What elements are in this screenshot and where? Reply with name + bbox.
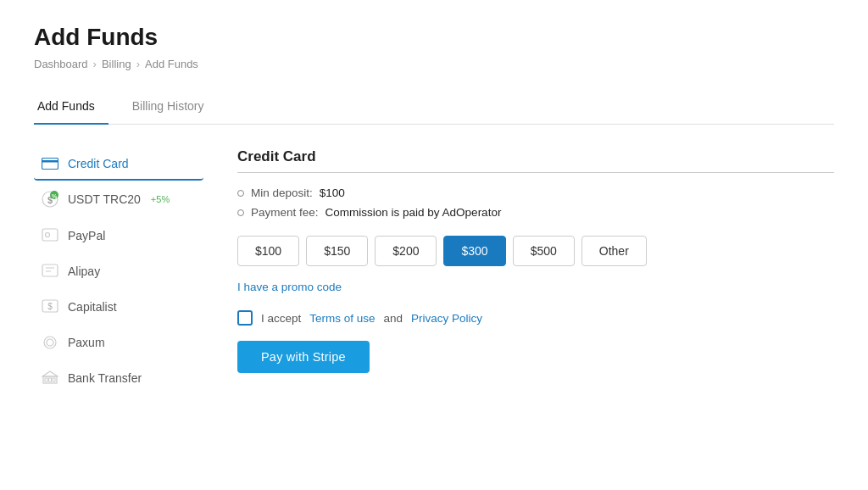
tab-billing-history[interactable]: Billing History xyxy=(129,91,218,125)
accept-row: I accept Terms of use and Privacy Policy xyxy=(237,310,834,326)
svg-rect-8 xyxy=(42,264,58,276)
breadcrumb: Dashboard › Billing › Add Funds xyxy=(34,58,834,70)
sidebar-label-alipay: Alipay xyxy=(68,264,100,278)
svg-rect-15 xyxy=(45,378,47,381)
paypal-icon xyxy=(41,228,59,243)
bank-icon xyxy=(41,370,59,386)
svg-rect-17 xyxy=(53,378,55,381)
sidebar-item-paxum[interactable]: Paxum xyxy=(34,326,203,360)
section-title: Credit Card xyxy=(237,148,834,173)
amount-btn-300[interactable]: $300 xyxy=(443,236,505,266)
payment-fee-label: Payment fee: xyxy=(251,206,319,219)
breadcrumb-current: Add Funds xyxy=(145,58,198,70)
svg-rect-1 xyxy=(42,160,58,163)
breadcrumb-sep-1: › xyxy=(93,58,97,70)
svg-marker-14 xyxy=(42,371,58,376)
bullet-1 xyxy=(237,190,244,197)
min-deposit-row: Min deposit: $100 xyxy=(237,187,834,199)
dollar-icon: $ % xyxy=(41,191,59,208)
svg-point-11 xyxy=(44,337,56,348)
capitalist-icon: $ xyxy=(41,299,59,315)
amount-btn-other[interactable]: Other xyxy=(581,236,647,266)
content-area: Credit Card $ % USDT TRC20 +5% xyxy=(34,148,834,398)
page-title: Add Funds xyxy=(34,24,834,51)
min-deposit-value: $100 xyxy=(320,187,345,199)
sidebar-item-bank-transfer[interactable]: Bank Transfer xyxy=(34,362,203,396)
sidebar-item-usdt[interactable]: $ % USDT TRC20 +5% xyxy=(34,182,203,218)
sidebar-item-alipay[interactable]: Alipay xyxy=(34,255,203,289)
svg-text:$: $ xyxy=(47,302,53,311)
sidebar-item-capitalist[interactable]: $ Capitalist xyxy=(34,291,203,325)
tabs-container: Add Funds Billing History xyxy=(34,91,834,125)
amount-btn-100[interactable]: $100 xyxy=(237,236,299,266)
sidebar-label-credit-card: Credit Card xyxy=(68,157,129,170)
svg-text:%: % xyxy=(52,193,58,199)
bullet-2 xyxy=(237,209,244,216)
amount-btn-500[interactable]: $500 xyxy=(513,236,575,266)
amount-buttons: $100 $150 $200 $300 $500 Other xyxy=(237,236,834,266)
min-deposit-label: Min deposit: xyxy=(251,187,313,199)
promo-link[interactable]: I have a promo code xyxy=(237,281,342,293)
accept-text-before: I accept xyxy=(261,312,301,325)
payment-fee-row: Payment fee: Commission is paid by AdOpe… xyxy=(237,206,834,219)
breadcrumb-sep-2: › xyxy=(136,58,140,70)
pay-button[interactable]: Pay with Stripe xyxy=(237,341,370,373)
svg-rect-0 xyxy=(42,159,58,170)
amount-btn-200[interactable]: $200 xyxy=(375,236,437,266)
tab-add-funds[interactable]: Add Funds xyxy=(34,91,108,125)
payment-fee-value: Commission is paid by AdOperator xyxy=(326,206,502,219)
accept-checkbox[interactable] xyxy=(237,310,253,326)
accept-text-middle: and xyxy=(384,312,403,325)
breadcrumb-billing[interactable]: Billing xyxy=(102,58,131,70)
privacy-link[interactable]: Privacy Policy xyxy=(411,312,482,325)
main-content: Credit Card Min deposit: $100 Payment fe… xyxy=(203,148,834,398)
sidebar-label-capitalist: Capitalist xyxy=(68,300,117,314)
breadcrumb-dashboard[interactable]: Dashboard xyxy=(34,58,88,70)
sidebar-label-paxum: Paxum xyxy=(68,336,105,349)
credit-card-icon xyxy=(41,158,59,170)
usdt-badge: +5% xyxy=(151,194,170,204)
amount-btn-150[interactable]: $150 xyxy=(306,236,368,266)
alipay-icon xyxy=(41,264,59,279)
svg-rect-16 xyxy=(49,378,52,381)
terms-link[interactable]: Terms of use xyxy=(309,312,375,325)
sidebar-item-paypal[interactable]: PayPal xyxy=(34,220,203,253)
sidebar-label-bank-transfer: Bank Transfer xyxy=(68,371,142,385)
svg-point-12 xyxy=(47,339,53,346)
sidebar-item-credit-card[interactable]: Credit Card xyxy=(34,148,203,181)
sidebar-label-paypal: PayPal xyxy=(68,229,105,242)
sidebar-label-usdt: USDT TRC20 xyxy=(68,192,141,206)
svg-point-7 xyxy=(46,233,50,237)
sidebar: Credit Card $ % USDT TRC20 +5% xyxy=(34,148,203,398)
paxum-icon xyxy=(41,335,59,350)
